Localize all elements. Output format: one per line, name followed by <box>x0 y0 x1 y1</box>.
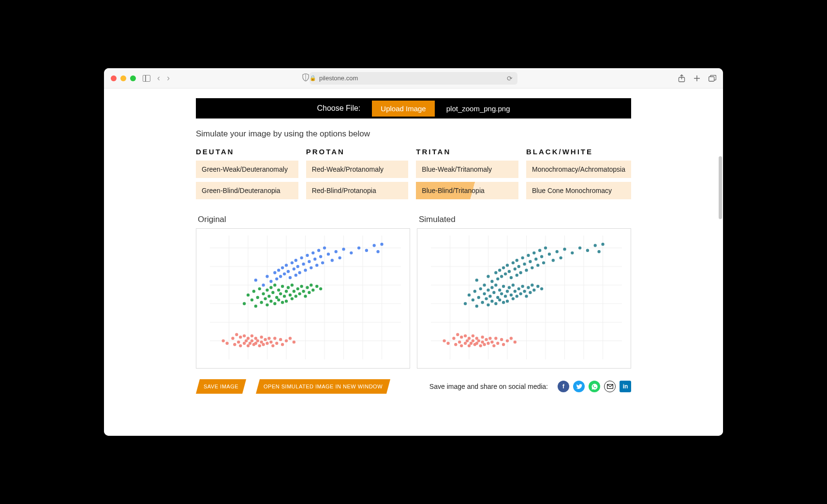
facebook-icon[interactable]: f <box>558 381 569 392</box>
svg-point-61 <box>262 292 265 295</box>
svg-point-63 <box>266 288 268 291</box>
back-button[interactable]: ‹ <box>157 73 160 83</box>
svg-point-251 <box>516 259 518 262</box>
scrollbar-thumb[interactable] <box>719 156 722 219</box>
simulation-option[interactable]: Blue Cone Monochromacy <box>526 182 631 199</box>
choose-file-bar: Choose File: Upload Image plot_zoom_png.… <box>196 98 631 119</box>
svg-point-128 <box>323 246 326 249</box>
svg-point-119 <box>306 254 309 257</box>
url-bar[interactable]: 🔒 pilestone.com ⟳ <box>310 72 517 85</box>
window-controls <box>111 75 136 81</box>
category-heading: DEUTAN <box>196 148 298 156</box>
svg-point-265 <box>542 261 545 264</box>
svg-point-237 <box>487 275 489 278</box>
svg-point-37 <box>258 344 261 347</box>
sidebar-toggle-icon[interactable] <box>143 75 150 82</box>
svg-point-164 <box>464 334 467 337</box>
svg-point-50 <box>285 339 288 342</box>
svg-point-236 <box>483 283 486 286</box>
svg-point-257 <box>527 254 530 257</box>
save-image-button[interactable]: SAVE IMAGE <box>196 379 246 394</box>
svg-point-205 <box>490 286 493 289</box>
privacy-shield-icon[interactable] <box>302 74 309 83</box>
simulation-option[interactable]: Red-Weak/Protanomaly <box>306 161 409 178</box>
simulation-option[interactable]: Blue-Blind/Tritanopia <box>416 182 518 199</box>
svg-point-42 <box>266 342 268 345</box>
simulated-column: Simulated <box>417 212 631 369</box>
svg-point-225 <box>519 292 522 295</box>
svg-point-30 <box>249 342 251 345</box>
svg-point-273 <box>578 246 581 249</box>
svg-point-73 <box>277 298 280 301</box>
svg-point-31 <box>251 334 253 337</box>
svg-point-254 <box>521 256 524 259</box>
original-plot <box>196 228 410 369</box>
svg-point-180 <box>487 342 489 345</box>
svg-point-195 <box>475 305 478 308</box>
svg-point-38 <box>260 336 263 339</box>
svg-point-88 <box>300 285 303 288</box>
svg-point-168 <box>470 342 473 345</box>
svg-point-163 <box>464 342 467 345</box>
svg-point-21 <box>235 333 238 336</box>
svg-point-209 <box>496 296 499 299</box>
svg-point-98 <box>262 283 265 286</box>
share-icon[interactable] <box>678 74 685 82</box>
svg-point-34 <box>254 337 257 340</box>
svg-point-104 <box>279 275 282 278</box>
svg-point-29 <box>247 337 250 340</box>
svg-point-197 <box>479 287 482 290</box>
simulation-option[interactable]: Monochromacy/Achromatopsia <box>526 161 631 178</box>
svg-point-252 <box>517 265 520 268</box>
svg-point-207 <box>494 302 497 305</box>
svg-point-67 <box>269 286 272 289</box>
svg-point-268 <box>552 259 555 262</box>
twitter-icon[interactable] <box>573 381 585 392</box>
svg-point-192 <box>468 294 471 296</box>
svg-point-81 <box>289 294 292 296</box>
svg-point-116 <box>300 256 303 259</box>
new-tab-icon[interactable] <box>693 74 701 82</box>
upload-image-button[interactable]: Upload Image <box>372 101 434 117</box>
svg-point-262 <box>536 264 539 267</box>
linkedin-icon[interactable]: in <box>620 381 631 392</box>
svg-point-129 <box>327 252 330 255</box>
simulation-option[interactable]: Blue-Weak/Tritanomaly <box>416 161 518 178</box>
svg-point-165 <box>466 339 469 342</box>
svg-point-272 <box>571 252 574 254</box>
image-comparison: Original Simulated <box>196 212 631 369</box>
whatsapp-icon[interactable] <box>589 381 600 392</box>
simulation-options-grid: DEUTANGreen-Weak/DeuteranomalyGreen-Blin… <box>196 148 631 203</box>
svg-point-242 <box>500 275 503 278</box>
svg-point-43 <box>267 337 270 340</box>
svg-point-229 <box>527 286 530 289</box>
open-simulated-button[interactable]: OPEN SIMULATED IMAGE IN NEW WINDOW <box>256 379 390 394</box>
email-icon[interactable] <box>604 381 616 392</box>
svg-point-230 <box>529 291 532 294</box>
svg-point-109 <box>289 276 292 279</box>
close-window-button[interactable] <box>111 75 117 81</box>
svg-point-72 <box>277 288 280 291</box>
svg-point-110 <box>291 261 294 264</box>
svg-point-86 <box>296 287 299 290</box>
simulation-option[interactable]: Green-Weak/Deuteranomaly <box>196 161 298 178</box>
reload-icon[interactable]: ⟳ <box>507 74 513 82</box>
social-icons: f in <box>558 381 631 392</box>
svg-point-94 <box>311 288 314 291</box>
svg-point-84 <box>293 290 295 293</box>
svg-point-239 <box>494 271 497 274</box>
simulation-option[interactable]: Red-Blind/Protanopia <box>306 182 409 199</box>
svg-point-215 <box>504 295 507 297</box>
minimize-window-button[interactable] <box>120 75 126 81</box>
svg-point-54 <box>247 294 250 296</box>
svg-point-221 <box>512 283 515 286</box>
browser-window: ‹ › 🔒 pilestone.com ⟳ Choose Fi <box>104 68 723 436</box>
svg-point-27 <box>245 339 248 342</box>
svg-point-155 <box>443 339 445 342</box>
svg-point-124 <box>315 264 318 267</box>
forward-button[interactable]: › <box>167 73 170 83</box>
svg-point-25 <box>243 342 246 345</box>
maximize-window-button[interactable] <box>130 75 136 81</box>
tabs-icon[interactable] <box>709 74 716 82</box>
simulation-option[interactable]: Green-Blind/Deuteranopia <box>196 182 298 199</box>
